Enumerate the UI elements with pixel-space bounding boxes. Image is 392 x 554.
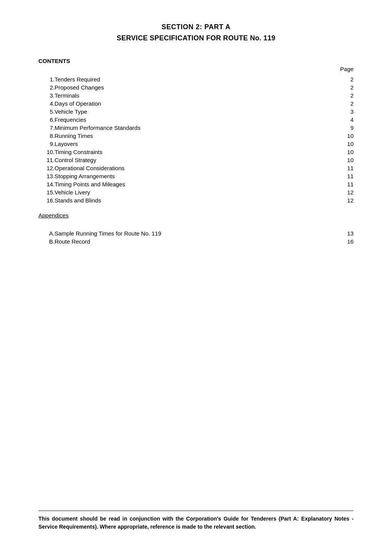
item-page: 2 bbox=[331, 75, 354, 83]
appendix-page: 13 bbox=[331, 229, 354, 237]
item-number: 12. bbox=[38, 164, 55, 172]
item-title: Operational Considerations bbox=[55, 164, 331, 172]
table-row: 12. Operational Considerations 11 bbox=[38, 164, 354, 172]
footer-section: This document should be read in conjunct… bbox=[38, 511, 354, 531]
item-number: 10. bbox=[38, 148, 55, 156]
item-title: Stopping Arrangements bbox=[55, 172, 331, 180]
appendices-table: A. Sample Running Times for Route No. 11… bbox=[38, 226, 354, 245]
item-page: 2 bbox=[331, 91, 354, 100]
item-number: 13. bbox=[38, 172, 55, 180]
item-number: 2. bbox=[38, 83, 55, 91]
item-page: 2 bbox=[331, 100, 354, 108]
item-number: 7. bbox=[38, 124, 55, 132]
item-page: 4 bbox=[331, 116, 354, 124]
page-column-label: Page bbox=[331, 66, 354, 72]
contents-heading: CONTENTS bbox=[38, 58, 354, 64]
table-row: 4. Days of Operation 2 bbox=[38, 100, 354, 108]
item-page: 9 bbox=[331, 124, 354, 132]
item-number: 1. bbox=[38, 75, 55, 83]
table-row: 11. Control Strategy 10 bbox=[38, 156, 354, 164]
item-title: Frequencies bbox=[55, 116, 331, 124]
sub-title: SERVICE SPECIFICATION FOR ROUTE No. 119 bbox=[38, 34, 354, 42]
item-title: Minimum Performance Standards bbox=[55, 124, 331, 132]
page: SECTION 2: PART A SERVICE SPECIFICATION … bbox=[0, 0, 392, 554]
item-title: Running Times bbox=[55, 132, 331, 140]
table-row: 8. Running Times 10 bbox=[38, 132, 354, 140]
table-row: 13. Stopping Arrangements 11 bbox=[38, 172, 354, 180]
item-number: 11. bbox=[38, 156, 55, 164]
item-number: 4. bbox=[38, 100, 55, 108]
item-title: Days of Operation bbox=[55, 100, 331, 108]
item-page: 11 bbox=[331, 164, 354, 172]
item-title: Layovers bbox=[55, 140, 331, 148]
main-title: SECTION 2: PART A bbox=[38, 23, 354, 31]
item-number: 16. bbox=[38, 196, 55, 204]
item-number: 14. bbox=[38, 180, 55, 188]
table-row: 6. Frequencies 4 bbox=[38, 116, 354, 124]
item-title: Terminals bbox=[55, 91, 331, 100]
appendices-heading: Appendices bbox=[38, 212, 354, 219]
item-page: 10 bbox=[331, 156, 354, 164]
item-title: Vehicle Type bbox=[55, 108, 331, 116]
item-page: 12 bbox=[331, 196, 354, 204]
item-page: 10 bbox=[331, 140, 354, 148]
contents-table: 1. Tenders Required 2 2. Proposed Change… bbox=[38, 75, 354, 204]
item-page: 3 bbox=[331, 108, 354, 116]
table-row: 2. Proposed Changes 2 bbox=[38, 83, 354, 91]
item-page: 10 bbox=[331, 148, 354, 156]
table-row: 5. Vehicle Type 3 bbox=[38, 108, 354, 116]
item-page: 12 bbox=[331, 188, 354, 196]
footer-text: This document should be read in conjunct… bbox=[38, 515, 354, 531]
item-title: Proposed Changes bbox=[55, 83, 331, 91]
item-number: 5. bbox=[38, 108, 55, 116]
contents-header-row: Page bbox=[38, 66, 354, 72]
table-row: 10. Timing Constraints 10 bbox=[38, 148, 354, 156]
table-row: B. Route Record 16 bbox=[38, 237, 354, 245]
item-page: 10 bbox=[331, 132, 354, 140]
table-row: 3. Terminals 2 bbox=[38, 91, 354, 100]
item-number: 6. bbox=[38, 116, 55, 124]
item-page: 2 bbox=[331, 83, 354, 91]
item-title: Tenders Required bbox=[55, 75, 331, 83]
item-title: Control Strategy bbox=[55, 156, 331, 164]
table-row: 9. Layovers 10 bbox=[38, 140, 354, 148]
appendix-title: Sample Running Times for Route No. 119 bbox=[55, 229, 331, 237]
item-title: Vehicle Livery bbox=[55, 188, 331, 196]
item-title: Timing Constraints bbox=[55, 148, 331, 156]
table-row: 7. Minimum Performance Standards 9 bbox=[38, 124, 354, 132]
table-row: 14. Timing Points and Mileages 11 bbox=[38, 180, 354, 188]
table-row: 1. Tenders Required 2 bbox=[38, 75, 354, 83]
item-number: 9. bbox=[38, 140, 55, 148]
item-title: Timing Points and Mileages bbox=[55, 180, 331, 188]
item-title: Stands and Blinds bbox=[55, 196, 331, 204]
item-number: 8. bbox=[38, 132, 55, 140]
appendix-number: B. bbox=[38, 237, 55, 245]
table-row: 15. Vehicle Livery 12 bbox=[38, 188, 354, 196]
appendix-title: Route Record bbox=[55, 237, 331, 245]
appendix-number: A. bbox=[38, 229, 55, 237]
item-page: 11 bbox=[331, 172, 354, 180]
table-row: A. Sample Running Times for Route No. 11… bbox=[38, 229, 354, 237]
item-page: 11 bbox=[331, 180, 354, 188]
appendix-page: 16 bbox=[331, 237, 354, 245]
item-number: 15. bbox=[38, 188, 55, 196]
table-row: 16. Stands and Blinds 12 bbox=[38, 196, 354, 204]
item-number: 3. bbox=[38, 91, 55, 100]
